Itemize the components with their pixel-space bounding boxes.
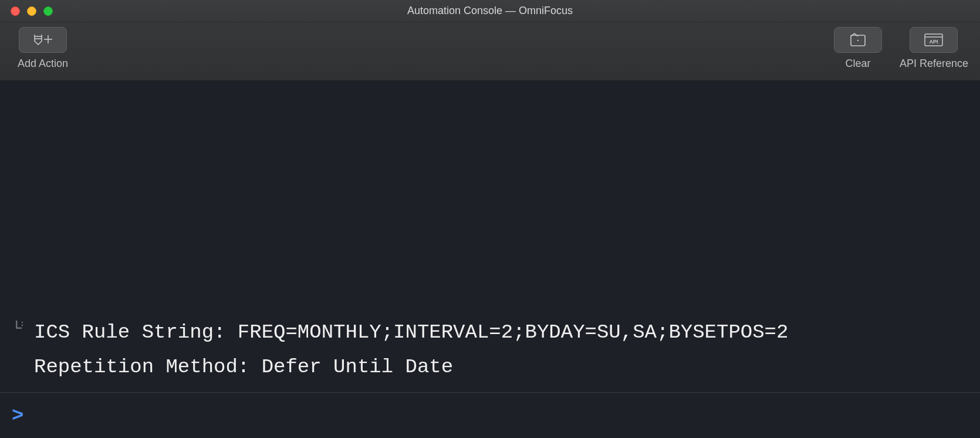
add-action-button[interactable]	[19, 27, 67, 53]
zoom-window-button[interactable]	[43, 6, 53, 16]
api-reference-label: API Reference	[900, 58, 968, 70]
svg-point-12	[22, 325, 23, 326]
toolbar-item-clear: Clear	[834, 27, 882, 70]
console-input-area: >	[0, 392, 980, 438]
window-title: Automation Console — OmniFocus	[407, 5, 573, 17]
prompt-symbol: >	[12, 405, 23, 427]
output-text: ICS Rule String: FREQ=MONTHLY;INTERVAL=2…	[28, 315, 968, 384]
svg-rect-10	[16, 328, 22, 329]
console-output: ICS Rule String: FREQ=MONTHLY;INTERVAL=2…	[0, 81, 980, 392]
toolbar-item-api-reference: API API Reference	[900, 27, 968, 70]
add-action-icon	[32, 33, 53, 47]
svg-point-11	[22, 322, 23, 324]
titlebar: Automation Console — OmniFocus	[0, 0, 980, 22]
minimize-window-button[interactable]	[27, 6, 36, 16]
close-window-button[interactable]	[11, 6, 20, 16]
toolbar-item-add-action: Add Action	[18, 27, 68, 70]
clear-button[interactable]	[834, 27, 882, 53]
output-entry: ICS Rule String: FREQ=MONTHLY;INTERVAL=2…	[0, 309, 980, 392]
add-action-label: Add Action	[18, 58, 68, 70]
api-reference-icon: API	[924, 33, 944, 47]
output-indicator-icon	[12, 315, 28, 329]
api-reference-button[interactable]: API	[910, 27, 958, 53]
clear-icon	[849, 32, 867, 48]
traffic-lights	[11, 6, 53, 16]
console-input[interactable]	[23, 405, 968, 427]
svg-text:API: API	[930, 39, 938, 45]
clear-label: Clear	[845, 58, 870, 70]
svg-point-5	[857, 40, 859, 41]
toolbar: Add Action Clear API API Referen	[0, 22, 980, 81]
console-content: ICS Rule String: FREQ=MONTHLY;INTERVAL=2…	[0, 81, 980, 438]
